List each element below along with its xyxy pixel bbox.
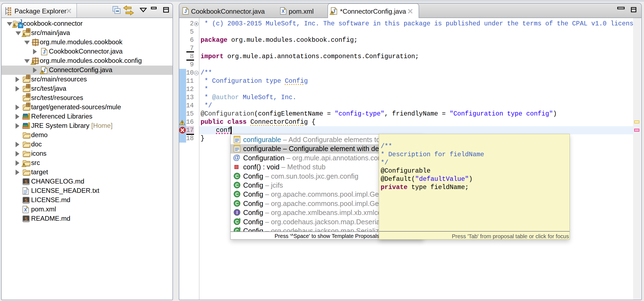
- svg-text:X: X: [24, 208, 27, 212]
- svg-text:A: A: [238, 227, 241, 230]
- svg-text:C: C: [235, 201, 238, 206]
- svg-text:S: S: [25, 217, 28, 221]
- svg-text:C: C: [235, 192, 238, 197]
- svg-text:C: C: [235, 183, 238, 188]
- svg-text:S: S: [25, 198, 28, 203]
- svg-text:C: C: [235, 174, 238, 179]
- svg-text:I: I: [236, 210, 238, 215]
- svg-text:J: J: [43, 49, 45, 55]
- svg-text:S: S: [25, 179, 28, 184]
- svg-text:A: A: [238, 218, 241, 221]
- svg-text:J: J: [184, 9, 187, 14]
- svg-text:X: X: [282, 9, 285, 14]
